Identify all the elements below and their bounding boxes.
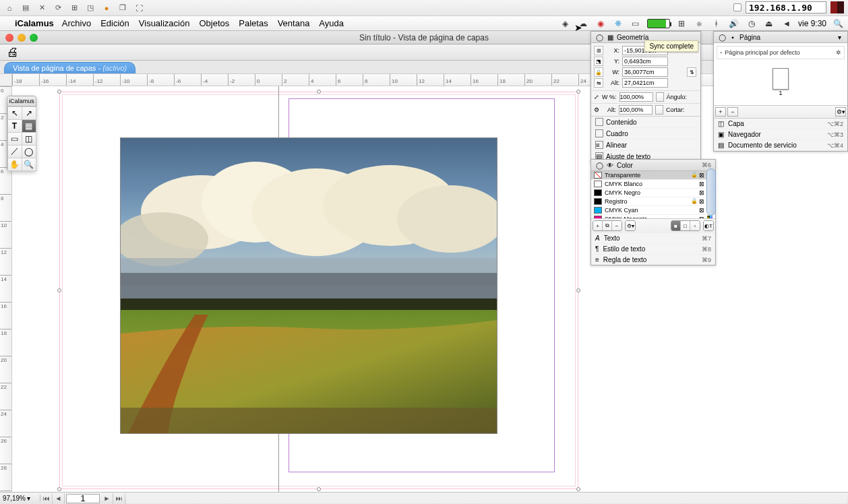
color-row[interactable]: CMYK Blanco⊠ — [591, 180, 715, 189]
resize-handle-ml[interactable] — [57, 288, 61, 292]
color-row[interactable]: Registro🔒⊠ — [591, 197, 715, 206]
last-page-button[interactable]: ⏭ — [113, 493, 125, 504]
color-del-button[interactable]: − — [612, 221, 622, 230]
menu-archivo[interactable]: Archivo — [62, 18, 91, 28]
page-options-button[interactable]: ⚙▾ — [835, 107, 846, 117]
zoom-field[interactable]: 97,19%▾ — [0, 495, 40, 502]
remote-ip-field[interactable] — [746, 1, 826, 13]
remote-toggle[interactable] — [733, 3, 741, 11]
remote-full-icon[interactable]: ⛶ — [132, 1, 146, 15]
panel-collapse-icon[interactable]: ◯ — [595, 33, 603, 41]
display-icon[interactable]: ▭ — [630, 18, 642, 29]
wifi-icon[interactable]: ⨳ — [693, 18, 705, 29]
panel-row-capa[interactable]: ◫Capa⌥⌘2 — [714, 119, 847, 129]
color-panel[interactable]: ◯ 👁 Color ⌘6 Transparente🔒⊠CMYK Blanco⊠C… — [590, 159, 716, 265]
eject-icon[interactable]: ⏏ — [763, 18, 775, 29]
remote-warn-icon[interactable]: ● — [100, 1, 113, 15]
color-dup-button[interactable]: ⧉ — [603, 221, 612, 230]
tab-layers-view[interactable]: Vista de página de capas - (activo) — [4, 62, 135, 73]
bluetooth-icon[interactable]: ᚼ — [710, 18, 723, 29]
geom-hp-field[interactable] — [619, 105, 653, 115]
text-fill-button[interactable]: ◐T — [704, 221, 713, 230]
remove-page-button[interactable]: − — [727, 107, 738, 117]
tool-zoom[interactable]: 🔍 — [22, 158, 36, 171]
resize-handle-tr[interactable] — [576, 90, 580, 94]
remote-doc-icon[interactable]: ▤ — [19, 1, 32, 15]
link-wh-icon[interactable]: ⇅ — [687, 67, 696, 77]
resize-handle-mr[interactable] — [576, 288, 580, 292]
prev-page-button[interactable]: ◄ — [53, 493, 65, 504]
remote-windows-icon[interactable]: ⊞ — [67, 1, 81, 15]
color-row[interactable]: Transparente🔒⊠ — [591, 171, 715, 180]
menu-visualizacion[interactable]: Visualización — [139, 18, 190, 28]
page-thumbnail[interactable] — [773, 68, 789, 90]
geom-wp-field[interactable] — [619, 92, 653, 102]
remote-refresh-icon[interactable]: ⟳ — [51, 1, 65, 15]
remote-disk-icon[interactable]: ◳ — [84, 1, 97, 15]
extra-icon[interactable]: ❋ — [612, 18, 624, 29]
geom-w-field[interactable] — [622, 67, 668, 77]
panel-flyout-icon[interactable]: ▾ — [835, 33, 843, 41]
tool-ellipse[interactable]: ◯ — [22, 145, 36, 158]
menu-edicion[interactable]: Edición — [100, 18, 129, 28]
tool-direct-select[interactable]: ↗ — [22, 106, 36, 120]
none-mode-button[interactable]: ▫ — [690, 221, 700, 230]
color-add-button[interactable]: + — [593, 221, 603, 230]
tool-frame[interactable]: ◫ — [22, 132, 36, 146]
lock-icon[interactable]: 🔒 — [594, 67, 603, 77]
clock[interactable]: vie 9:30 — [798, 19, 826, 28]
scale-icon[interactable]: ⤢ — [594, 94, 599, 100]
ruler-origin[interactable] — [0, 74, 12, 86]
stroke-mode-button[interactable]: □ — [681, 221, 690, 230]
panel-row-navegador[interactable]: ▣Navegador⌥⌘3 — [714, 129, 847, 140]
resize-handle-bl[interactable] — [57, 487, 61, 491]
resize-handle-br[interactable] — [576, 487, 580, 491]
tool-text[interactable]: T — [7, 119, 22, 133]
page-number-field[interactable] — [66, 494, 100, 503]
add-page-button[interactable]: + — [715, 107, 726, 117]
print-icon[interactable]: 🖨 — [7, 45, 19, 59]
tool-line[interactable]: ／ — [7, 145, 22, 158]
menu-ayuda[interactable]: Ayuda — [319, 18, 344, 28]
geom-section-cuadro[interactable]: Cuadro — [591, 128, 700, 139]
next-page-button[interactable]: ► — [101, 493, 113, 504]
record-icon[interactable]: ◉ — [595, 18, 607, 29]
menu-ventana[interactable]: Ventana — [278, 18, 310, 28]
master-page-row[interactable]: ▫ Página principal por defecto ✲ — [717, 46, 845, 59]
color-scrollbar[interactable] — [706, 168, 716, 216]
page-panel[interactable]: ◯ ▪ Página ▾ ▫ Página principal por defe… — [713, 31, 848, 152]
tool-rect[interactable]: ▭ — [7, 132, 22, 146]
panel-row-estilo[interactable]: ¶Estilo de texto⌘8 — [591, 243, 715, 254]
geom-y-field[interactable] — [622, 57, 668, 66]
menu-objetos[interactable]: Objetos — [199, 18, 229, 28]
stepper[interactable] — [655, 105, 663, 115]
spaces-icon[interactable]: ⊞ — [675, 18, 688, 29]
panel-row-documento[interactable]: ▤Documento de servicio⌥⌘4 — [714, 140, 847, 151]
tool-palette[interactable]: iCalamus ↖ ↗ T ▦ ▭ ◫ ／ ◯ ✋ 🔍 — [7, 96, 36, 171]
color-row[interactable]: CMYK Negro⊠ — [591, 189, 715, 197]
geom-section-contenido[interactable]: Contenido — [591, 117, 700, 128]
geom-section-alinear[interactable]: ≡Alinear — [591, 139, 700, 151]
minimize-button[interactable] — [18, 34, 26, 42]
sync-icon[interactable]: ☁ — [577, 18, 589, 29]
spotlight-icon[interactable]: 🔍 — [832, 18, 844, 29]
play-icon[interactable]: ◄ — [781, 18, 793, 29]
tool-hand[interactable]: ✋ — [7, 158, 22, 171]
first-page-button[interactable]: ⏮ — [40, 493, 53, 504]
panel-row-regla[interactable]: ≡Regla de texto⌘9 — [591, 254, 715, 265]
remote-tools-icon[interactable]: ✕ — [35, 1, 49, 15]
flip-icon[interactable]: ⇋ — [594, 78, 603, 88]
horizontal-scrollbar[interactable] — [127, 494, 847, 503]
geom-h-field[interactable] — [622, 78, 668, 88]
selection-frame[interactable] — [59, 92, 578, 489]
remote-home-icon[interactable]: ⌂ — [3, 1, 16, 15]
stepper[interactable] — [656, 92, 664, 102]
color-row[interactable]: CMYK Cyan⊠ — [591, 206, 715, 215]
zoom-button[interactable] — [30, 34, 38, 42]
battery-icon[interactable] — [647, 19, 670, 28]
panel-collapse-icon[interactable]: ◯ — [595, 161, 603, 169]
tool-pointer[interactable]: ↖ — [7, 106, 22, 120]
menu-paletas[interactable]: Paletas — [239, 18, 268, 28]
panel-row-texto[interactable]: ATexto⌘7 — [591, 232, 715, 243]
panel-collapse-icon[interactable]: ◯ — [718, 33, 726, 41]
